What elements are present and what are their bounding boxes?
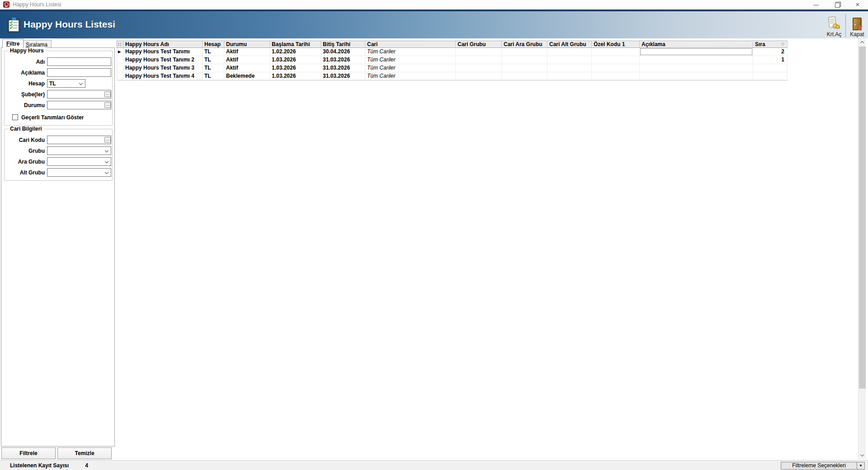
cell-adi[interactable]: Happy Hours Test Tanımı 3	[123, 64, 203, 72]
durumu-browse-button[interactable]: …	[104, 102, 111, 108]
temizle-button[interactable]: Temizle	[57, 447, 112, 459]
column-header-cari_alt_grubu[interactable]: Cari Alt Grubu	[547, 41, 592, 47]
tab-filtre[interactable]: Filtre	[2, 39, 24, 48]
header-toolbar: Krt.Aç ✗ Kapat	[824, 13, 867, 38]
cari-kodu-input[interactable]	[47, 136, 111, 144]
cell-bitis_tarihi[interactable]: 31.03.2026	[321, 64, 365, 72]
cell-cari_ara_grubu[interactable]	[502, 48, 547, 56]
table-row[interactable]: Happy Hours Test Tanımı 3TLAktif1.03.202…	[117, 64, 788, 72]
cell-aciklama[interactable]	[640, 64, 753, 72]
hesap-select[interactable]: TL	[47, 79, 85, 88]
cell-sira[interactable]: 1	[753, 56, 788, 64]
cell-cari[interactable]: Tüm Cariler	[365, 48, 456, 56]
cell-bitis_tarihi[interactable]: 31.03.2026	[321, 72, 365, 80]
cell-sira[interactable]	[753, 64, 788, 72]
column-header-label: Durumu	[226, 41, 247, 47]
subeler-browse-button[interactable]: …	[104, 91, 111, 97]
adi-input[interactable]	[47, 57, 111, 66]
ara-grubu-label: Ara Grubu	[1, 159, 45, 165]
cell-baslama_tarihi[interactable]: 1.03.2026	[270, 64, 321, 72]
cell-sira[interactable]	[753, 72, 788, 80]
cell-ozel_kodu_1[interactable]	[592, 64, 640, 72]
cell-ozel_kodu_1[interactable]	[592, 72, 640, 80]
cell-ozel_kodu_1[interactable]	[592, 48, 640, 56]
cell-cari[interactable]: Tüm Cariler	[365, 72, 456, 80]
table-row[interactable]: Happy Hours Test Tanımı 4TLBeklemede1.03…	[117, 72, 788, 80]
column-header-cari_grubu[interactable]: Cari Grubu	[456, 41, 502, 47]
scrollbar-thumb[interactable]	[859, 47, 866, 389]
maximize-button[interactable]	[826, 0, 847, 9]
column-header-cari[interactable]: Cari	[365, 41, 456, 47]
cell-cari_alt_grubu[interactable]	[547, 64, 592, 72]
subeler-input[interactable]	[47, 90, 111, 99]
cell-hesap[interactable]: TL	[203, 72, 224, 80]
cell-adi[interactable]: Happy Hours Test Tanımı 2	[123, 56, 203, 64]
grubu-label: Grubu	[1, 148, 45, 154]
grubu-select[interactable]	[47, 146, 111, 155]
cell-aciklama[interactable]	[640, 56, 753, 64]
cell-cari_grubu[interactable]	[456, 48, 502, 56]
aciklama-input[interactable]	[47, 68, 111, 77]
cell-aciklama[interactable]	[640, 48, 753, 56]
column-header-aciklama[interactable]: Açıklama	[640, 41, 753, 47]
column-header-label: Başlama Tarihi	[272, 41, 310, 47]
table-body: ▶Happy Hours Test TanımıTLAktif1.02.2026…	[117, 48, 788, 80]
cell-cari_alt_grubu[interactable]	[547, 56, 592, 64]
vertical-scrollbar[interactable]	[858, 38, 866, 459]
column-header-bitis_tarihi[interactable]: Bitiş Tarihi	[321, 41, 365, 47]
cell-cari[interactable]: Tüm Cariler	[365, 64, 456, 72]
table-row[interactable]: Happy Hours Test Tanımı 2TLAktif1.03.202…	[117, 56, 788, 64]
column-header-sira[interactable]: Sıra▽	[753, 41, 788, 47]
scroll-down-button[interactable]	[859, 451, 866, 459]
sort-desc-icon: ▽	[781, 41, 784, 47]
cell-cari_grubu[interactable]	[456, 64, 502, 72]
cell-hesap[interactable]: TL	[203, 56, 224, 64]
minimize-button[interactable]	[806, 0, 826, 9]
cell-sira[interactable]: 2	[753, 48, 788, 56]
cell-cari_alt_grubu[interactable]	[547, 72, 592, 80]
cell-durumu[interactable]: Aktif	[224, 56, 270, 64]
cell-cari[interactable]: Tüm Cariler	[365, 56, 456, 64]
cell-baslama_tarihi[interactable]: 1.02.2026	[270, 48, 321, 56]
filter-options-button[interactable]: Filtreleme Seçenekleri ▼	[781, 462, 865, 470]
column-header-adi[interactable]: Happy Hours Adı	[123, 41, 203, 47]
cell-cari_grubu[interactable]	[456, 72, 502, 80]
cell-hesap[interactable]: TL	[203, 64, 224, 72]
table-row[interactable]: ▶Happy Hours Test TanımıTLAktif1.02.2026…	[117, 48, 788, 56]
cell-cari_grubu[interactable]	[456, 56, 502, 64]
cell-cari_ara_grubu[interactable]	[502, 64, 547, 72]
kapat-label: Kapat	[850, 31, 864, 38]
cell-hesap[interactable]: TL	[203, 48, 224, 56]
cell-durumu[interactable]: Aktif	[224, 64, 270, 72]
cell-cari_alt_grubu[interactable]	[547, 48, 592, 56]
column-header-baslama_tarihi[interactable]: Başlama Tarihi	[270, 41, 321, 47]
column-header-ozel_kodu_1[interactable]: Özel Kodu 1	[592, 41, 640, 47]
cell-durumu[interactable]: Beklemede	[224, 72, 270, 80]
cell-adi[interactable]: Happy Hours Test Tanımı 4	[123, 72, 203, 80]
open-card-label: Krt.Aç	[827, 31, 842, 38]
cell-ozel_kodu_1[interactable]	[592, 56, 640, 64]
cell-bitis_tarihi[interactable]: 31.03.2026	[321, 56, 365, 64]
filtrele-button[interactable]: Filtrele	[1, 447, 56, 459]
close-button[interactable]: ×	[847, 0, 868, 9]
cell-bitis_tarihi[interactable]: 30.04.2026	[321, 48, 365, 56]
cari-kodu-browse-button[interactable]: …	[104, 137, 111, 143]
cell-adi[interactable]: Happy Hours Test Tanımı	[123, 48, 203, 56]
durumu-input[interactable]	[47, 101, 111, 109]
cell-baslama_tarihi[interactable]: 1.03.2026	[270, 56, 321, 64]
column-header-cari_ara_grubu[interactable]: Cari Ara Grubu	[502, 41, 547, 47]
cell-cari_ara_grubu[interactable]	[502, 56, 547, 64]
cell-durumu[interactable]: Aktif	[224, 48, 270, 56]
column-header-durumu[interactable]: Durumu	[224, 41, 270, 47]
alt-grubu-select[interactable]	[47, 168, 111, 177]
gecerli-tanimlar-checkbox[interactable]	[12, 114, 18, 120]
cell-aciklama[interactable]	[640, 72, 753, 80]
scroll-up-button[interactable]	[859, 38, 866, 46]
cell-baslama_tarihi[interactable]: 1.03.2026	[270, 72, 321, 80]
open-card-button[interactable]: Krt.Aç	[824, 13, 844, 38]
ara-grubu-select[interactable]	[47, 157, 111, 166]
cell-cari_ara_grubu[interactable]	[502, 72, 547, 80]
kapat-button[interactable]: ✗ Kapat	[847, 13, 867, 38]
column-header-hesap[interactable]: Hesap	[203, 41, 224, 47]
table-header-row: ∷ Happy Hours AdıHesapDurumuBaşlama Tari…	[117, 41, 788, 48]
